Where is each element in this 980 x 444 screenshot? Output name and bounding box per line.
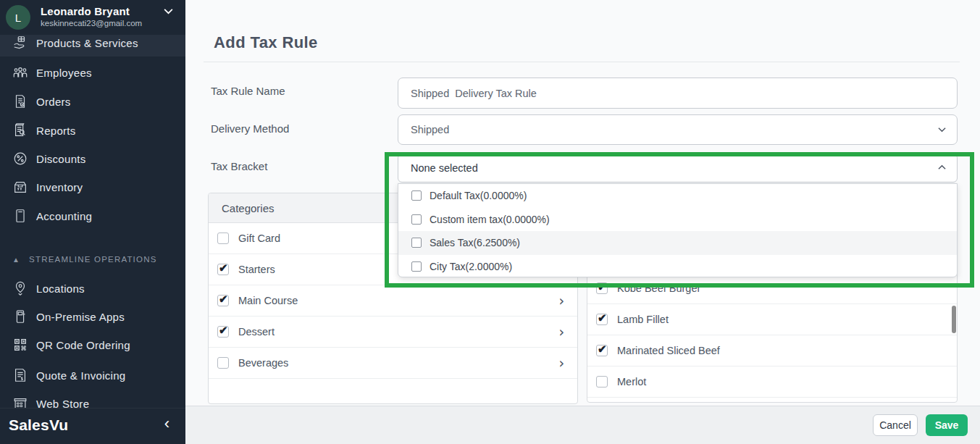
row-label: Dessert xyxy=(238,326,275,338)
sidebar-item-locations[interactable]: Locations xyxy=(0,274,185,303)
option-label: Default Tax(0.0000%) xyxy=(430,190,527,201)
sidebar-item-label: Quote & Invoicing xyxy=(36,369,126,382)
row-label: Main Course xyxy=(238,295,298,306)
sidebar-section-streamline-operations[interactable]: ▲ STREAMLINE OPERATIONS xyxy=(0,252,185,267)
tax-bracket-dropdown-panel: Default Tax(0.0000%) Custom item tax(0.0… xyxy=(398,183,958,277)
profile-header[interactable]: L Leonardo Bryant keskinnecati23@gmail.c… xyxy=(0,0,185,35)
checkbox[interactable] xyxy=(217,326,229,338)
row-label: Merlot xyxy=(617,376,646,388)
collapse-sidebar-icon[interactable]: ‹ xyxy=(164,416,169,432)
sidebar-item-employees[interactable]: Employees xyxy=(0,58,185,87)
category-row-dessert[interactable]: Dessert › xyxy=(209,317,577,348)
chevron-right-icon[interactable]: › xyxy=(558,294,564,308)
sidebar-footer: SalesVu ‹ xyxy=(0,408,185,444)
tax-bracket-value: None selected xyxy=(411,162,478,174)
orders-icon xyxy=(12,93,28,109)
avatar: L xyxy=(6,5,30,30)
chevron-right-icon[interactable]: › xyxy=(558,325,564,339)
title-divider xyxy=(204,62,960,62)
row-label: Starters xyxy=(238,264,275,275)
tax-rule-name-label: Tax Rule Name xyxy=(211,85,285,97)
tax-bracket-multiselect-toggle[interactable]: None selected xyxy=(398,154,958,183)
checkbox[interactable] xyxy=(411,214,422,225)
salesvu-app: Products & Services Employees Orders xyxy=(0,0,980,444)
sidebar-item-reports[interactable]: Reports xyxy=(0,116,185,145)
tax-rule-name-value: Shipped Delivery Tax Rule xyxy=(411,88,537,99)
reports-icon xyxy=(12,122,28,138)
checkbox[interactable] xyxy=(217,295,229,306)
product-row-partial[interactable] xyxy=(587,398,957,403)
sidebar-item-orders[interactable]: Orders xyxy=(0,87,185,116)
delivery-method-label: Delivery Method xyxy=(211,122,289,135)
checkbox[interactable] xyxy=(596,314,608,325)
category-row-main-course[interactable]: Main Course › xyxy=(209,285,577,317)
checkbox[interactable] xyxy=(411,238,422,248)
delivery-method-select[interactable]: Shipped xyxy=(398,114,958,145)
tax-rule-name-input[interactable]: Shipped Delivery Tax Rule xyxy=(398,78,958,109)
products-services-icon xyxy=(12,35,28,51)
cancel-button[interactable]: Cancel xyxy=(873,414,918,436)
sidebar-item-label: Accounting xyxy=(36,210,92,222)
checkbox[interactable] xyxy=(217,264,229,275)
checkbox[interactable] xyxy=(217,357,229,369)
checkbox[interactable] xyxy=(596,282,608,294)
qr-code-icon xyxy=(12,337,28,353)
row-label: Beverages xyxy=(238,357,288,369)
sidebar-item-on-premise-apps[interactable]: On-Premise Apps xyxy=(0,302,185,331)
chevron-right-icon[interactable]: › xyxy=(558,356,564,370)
save-button[interactable]: Save xyxy=(926,414,968,436)
sidebar-item-label: Locations xyxy=(36,282,85,295)
discounts-icon xyxy=(12,151,28,167)
products-scrollbar-thumb[interactable] xyxy=(952,306,956,333)
row-label: Kobe Beef Burger xyxy=(617,282,700,294)
chevron-up-icon xyxy=(937,162,947,174)
dropdown-option-default-tax[interactable]: Default Tax(0.0000%) xyxy=(398,184,957,208)
sidebar-item-label: Reports xyxy=(36,125,76,137)
category-row-beverages[interactable]: Beverages › xyxy=(209,348,577,379)
sidebar: Products & Services Employees Orders xyxy=(0,0,185,444)
checkbox[interactable] xyxy=(596,376,608,388)
on-premise-apps-icon xyxy=(12,309,28,324)
dropdown-option-city-tax[interactable]: City Tax(2.0000%) xyxy=(398,255,957,278)
sidebar-item-accounting[interactable]: Accounting xyxy=(0,201,185,230)
sidebar-item-label: Orders xyxy=(36,96,71,108)
checkbox[interactable] xyxy=(411,190,422,201)
chevron-down-icon[interactable] xyxy=(163,6,174,19)
employees-icon xyxy=(12,64,28,80)
page-title: Add Tax Rule xyxy=(214,33,318,52)
inventory-icon xyxy=(12,179,28,195)
profile-name: Leonardo Bryant xyxy=(41,5,130,17)
sidebar-item-label: Employees xyxy=(36,67,92,79)
sidebar-item-quote-invoicing[interactable]: Quote & Invoicing xyxy=(0,361,185,390)
checkbox[interactable] xyxy=(596,345,608,356)
row-label: Marinated Sliced Beef xyxy=(617,345,720,356)
option-label: Custom item tax(0.0000%) xyxy=(430,214,550,225)
sidebar-item-label: Inventory xyxy=(36,181,83,193)
accounting-icon xyxy=(12,208,28,224)
dropdown-option-custom-item-tax[interactable]: Custom item tax(0.0000%) xyxy=(398,208,957,232)
product-row-merlot[interactable]: Merlot xyxy=(587,366,957,398)
categories-header-label: Categories xyxy=(222,202,275,214)
delivery-method-value: Shipped xyxy=(411,124,449,135)
checkbox[interactable] xyxy=(217,233,229,244)
dropdown-option-sales-tax[interactable]: Sales Tax(6.2500%) xyxy=(398,231,957,255)
profile-email: keskinnecati23@gmail.com xyxy=(41,19,142,28)
checkbox[interactable] xyxy=(411,261,422,272)
sidebar-item-label: Products & Services xyxy=(36,37,138,49)
quote-invoicing-icon xyxy=(12,367,28,383)
tax-bracket-label: Tax Bracket xyxy=(211,160,267,172)
row-label: Lamb Fillet xyxy=(617,314,669,325)
salesvu-logo: SalesVu xyxy=(9,416,68,434)
product-row-lamb-fillet[interactable]: Lamb Fillet xyxy=(587,304,957,335)
sidebar-item-label: On-Premise Apps xyxy=(36,311,125,323)
product-row-marinated-sliced-beef[interactable]: Marinated Sliced Beef xyxy=(587,335,957,366)
option-label: City Tax(2.0000%) xyxy=(430,261,512,272)
sidebar-item-qr-code-ordering[interactable]: QR Code Ordering xyxy=(0,330,185,359)
avatar-initial: L xyxy=(15,12,21,24)
option-label: Sales Tax(6.2500%) xyxy=(430,237,520,248)
row-label: Gift Card xyxy=(238,233,280,244)
sidebar-item-label: QR Code Ordering xyxy=(36,339,130,351)
sidebar-item-discounts[interactable]: Discounts xyxy=(0,144,185,173)
sidebar-item-inventory[interactable]: Inventory xyxy=(0,172,185,201)
sidebar-item-label: Discounts xyxy=(36,153,86,165)
